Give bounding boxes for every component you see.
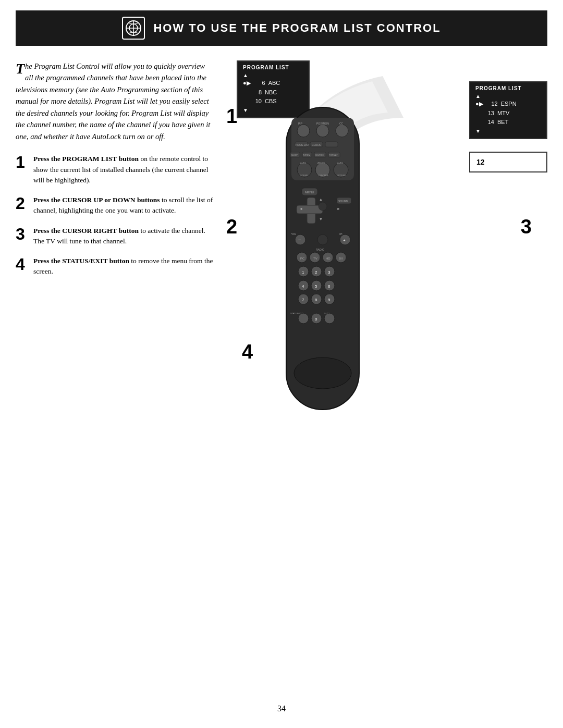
svg-text:ACTIVE: ACTIVE	[317, 162, 325, 164]
pl2-name1: ESPN	[501, 100, 517, 109]
svg-text:CLOCK: CLOCK	[312, 143, 321, 146]
svg-text:PIP: PIP	[298, 122, 303, 125]
svg-text:▼: ▼	[319, 217, 323, 221]
step-item-3: 3 Press the CURSOR RIGHT button to activ…	[16, 226, 214, 247]
svg-text:MENU: MENU	[305, 191, 314, 194]
svg-text:PC: PC	[300, 257, 305, 260]
svg-point-6	[297, 125, 310, 137]
svg-text:AUTO: AUTO	[337, 162, 343, 164]
step-text-1: Press the PROGRAM LIST button on the rem…	[33, 154, 214, 186]
svg-text:9: 9	[328, 298, 331, 302]
svg-text:1: 1	[302, 270, 304, 275]
channel-display-value: 12	[476, 158, 485, 166]
step-text-2: Press the CURSOR UP or DOWN buttons to s…	[33, 195, 214, 216]
pl2-ch3: 14	[483, 118, 494, 127]
step-number-4: 4	[16, 256, 27, 273]
svg-text:7: 7	[302, 298, 304, 302]
svg-point-8	[336, 125, 348, 137]
svg-point-84	[324, 313, 335, 324]
svg-point-48	[317, 235, 328, 245]
pl2-ch2: 13	[483, 109, 494, 118]
step-number-1: 1	[16, 154, 27, 170]
svg-text:0: 0	[315, 317, 317, 322]
pl1-row-1: ●▶ 6 ABC	[243, 79, 303, 88]
pl2-row-2: 13 MTV	[475, 109, 541, 118]
step-item-2: 2 Press the CURSOR UP or DOWN buttons to…	[16, 195, 214, 216]
page-header: How to Use the Program List Control	[16, 10, 547, 46]
pl1-dot-3	[243, 97, 247, 106]
step-number-2: 2	[16, 195, 27, 212]
pl1-ch2: 8	[250, 88, 262, 97]
channel-display: 12	[469, 152, 547, 172]
step-text-3: Press the CURSOR RIGHT button to activat…	[33, 226, 214, 247]
pl2-name3: BET	[497, 118, 508, 127]
svg-text:4: 4	[302, 284, 304, 289]
page-footer: 34	[0, 704, 563, 713]
svg-text:POSITION: POSITION	[316, 122, 329, 125]
svg-text:SOURCE: SOURCE	[315, 154, 324, 156]
svg-text:CONTROL: CONTROL	[319, 174, 329, 177]
pl2-dot-1: ●▶	[475, 100, 483, 109]
svg-text:VOL: VOL	[291, 233, 297, 236]
step-bold-2: Press the CURSOR UP or DOWN buttons	[33, 196, 160, 204]
page-title: How to Use the Program List Control	[153, 21, 440, 35]
pl1-ch1: 6	[254, 79, 265, 88]
pl2-dot-3	[475, 118, 480, 127]
pl1-dot-1: ●▶	[243, 79, 251, 88]
svg-text:SLEEP: SLEEP	[291, 154, 298, 156]
svg-text:CC: CC	[339, 122, 344, 125]
page-number: 34	[277, 704, 286, 713]
svg-point-7	[316, 125, 329, 137]
right-column: Program List ▲ ●▶ 6 ABC 8 NBC 10 CBS ▼	[226, 60, 547, 451]
pl1-name1: ABC	[268, 79, 280, 88]
pl2-title: Program List	[475, 85, 541, 91]
svg-text:◄: ◄	[299, 207, 303, 211]
svg-text:+: +	[343, 238, 346, 243]
step-item-4: 4 Press the STATUS/EXIT button to remove…	[16, 256, 214, 277]
diagram-label-3: 3	[521, 217, 532, 237]
svg-text:AUTO: AUTO	[300, 162, 306, 164]
program-list-box-2: Program List ▲ ●▶ 12 ESPN 13 MTV 14 BET …	[469, 81, 547, 139]
left-column: The Program List Control will allow you …	[16, 60, 214, 451]
step-bold-4: Press the STATUS/EXIT button	[33, 257, 129, 265]
svg-point-85	[294, 357, 351, 389]
svg-text:PICTURE: PICTURE	[337, 174, 346, 177]
steps-list: 1 Press the PROGRAM LIST button on the r…	[16, 154, 214, 277]
svg-text:HD: HD	[326, 257, 331, 260]
svg-text:SOUND: SOUND	[338, 200, 348, 203]
svg-text:SOUND: SOUND	[300, 174, 308, 177]
svg-text:−: −	[298, 237, 301, 243]
step-number-3: 3	[16, 226, 27, 242]
svg-text:3: 3	[328, 270, 331, 275]
pl1-title: Program List	[243, 65, 303, 70]
svg-text:▲: ▲	[319, 198, 323, 201]
intro-paragraph: The Program List Control will allow you …	[16, 60, 214, 142]
pl1-dot-2	[243, 88, 247, 97]
diagram-label-1: 1	[226, 106, 237, 126]
pl2-down-arrow: ▼	[475, 128, 541, 134]
pl2-name2: MTV	[497, 109, 509, 118]
step-text-4: Press the STATUS/EXIT button to remove t…	[33, 256, 214, 277]
svg-text:6: 6	[328, 284, 331, 289]
step-bold-1: Press the PROGRAM LIST button	[33, 155, 139, 163]
svg-point-80	[298, 313, 309, 324]
step-bold-3: Press the CURSOR RIGHT button	[33, 227, 139, 235]
svg-text:CH: CH	[339, 233, 342, 236]
svg-text:PROG LIST: PROG LIST	[296, 143, 310, 146]
svg-rect-14	[325, 142, 338, 147]
svg-text:FORMAT: FORMAT	[329, 154, 338, 156]
main-content: The Program List Control will allow you …	[0, 46, 563, 451]
svg-text:BII: BII	[339, 257, 343, 260]
diagram-label-2: 2	[226, 217, 237, 237]
remote-control-image: PIP POSITION CC PROG LIST CLOCK SLEEP TV…	[258, 102, 403, 427]
header-icon	[122, 17, 145, 40]
pl2-row-3: 14 BET	[475, 118, 541, 127]
drop-cap: T	[16, 61, 25, 76]
svg-point-38	[319, 202, 327, 211]
pl2-row-1: ●▶ 12 ESPN	[475, 100, 541, 109]
svg-text:5: 5	[315, 284, 317, 289]
svg-text:RADIO: RADIO	[316, 248, 324, 251]
pl1-up-arrow: ▲	[243, 72, 303, 79]
pl2-up-arrow: ▲	[475, 93, 541, 100]
svg-text:8: 8	[315, 298, 317, 302]
